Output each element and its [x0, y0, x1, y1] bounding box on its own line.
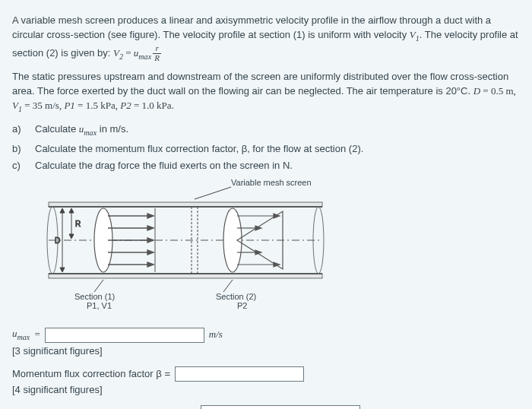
svg-marker-10: [69, 234, 74, 239]
part-b-text: Calculate the momentum flux correction f…: [35, 142, 363, 157]
svg-marker-36: [255, 226, 261, 230]
figure: Variable mesh screen R D: [33, 178, 337, 324]
ans-umax-label: umax: [12, 327, 30, 343]
svg-marker-38: [255, 250, 261, 255]
sym-V1g: V1: [12, 100, 22, 111]
section-1-profile: [94, 208, 155, 292]
section-labels: Section (1) P1, V1 Section (2) P2: [74, 292, 256, 310]
part-b: b) Calculate the momentum flux correctio…: [12, 142, 520, 157]
svg-point-31: [223, 208, 242, 272]
ans-umax-eq: =: [34, 328, 40, 342]
svg-text:P1, V1: P1, V1: [87, 301, 112, 310]
svg-marker-26: [147, 262, 154, 267]
problem-para-1: A variable mesh screen produces a linear…: [12, 14, 520, 62]
svg-marker-14: [60, 268, 65, 272]
part-c: c) Calculate the drag force the fluid ex…: [12, 159, 520, 173]
ans-beta-note: [4 significant figures]: [12, 383, 520, 398]
ans-umax-unit: m/s: [209, 328, 223, 342]
sym-D: D: [473, 85, 480, 97]
sym-umax-inline: umax: [79, 123, 97, 135]
answer-drag-row: Drag force the fluid exerts on the scree…: [12, 405, 520, 409]
problem-para-2: The static pressures upstream and downst…: [12, 70, 520, 115]
svg-rect-1: [49, 202, 322, 207]
sym-P1: P1: [64, 100, 74, 111]
ans-drag-unit: N: [365, 406, 372, 409]
sym-P2: P2: [120, 100, 131, 111]
svg-marker-22: [147, 238, 154, 243]
eq-frac: rR: [153, 44, 161, 62]
figure-svg: Variable mesh screen R D: [33, 178, 337, 319]
answer-umax-row: umax = m/s: [12, 327, 520, 343]
part-b-label: b): [12, 142, 26, 157]
part-c-label: c): [12, 159, 26, 173]
svg-text:Section (2): Section (2): [216, 292, 256, 301]
ans-umax-note: [3 significant figures]: [12, 344, 520, 359]
svg-text:D: D: [55, 236, 60, 245]
svg-marker-20: [147, 226, 154, 230]
svg-line-0: [195, 187, 231, 199]
drag-input[interactable]: [201, 405, 360, 409]
svg-marker-13: [60, 208, 65, 213]
sym-V1: V1: [410, 29, 420, 40]
eq-V2: V2: [113, 47, 123, 59]
svg-line-41: [223, 280, 233, 292]
umax-input[interactable]: [45, 328, 204, 343]
svg-line-28: [94, 280, 103, 292]
section-2-profile: [223, 208, 283, 292]
svg-marker-9: [69, 208, 74, 213]
answer-beta-row: Momentum flux correction factor β =: [12, 366, 520, 382]
part-a: a) Calculate umax in m/s.: [12, 122, 520, 138]
svg-marker-32: [237, 211, 283, 269]
svg-text:P2: P2: [237, 301, 247, 310]
answers-block: umax = m/s [3 significant figures] Momen…: [12, 327, 520, 409]
svg-text:R: R: [75, 220, 81, 228]
eq-umax: umax: [134, 47, 151, 59]
eq-equals: =: [123, 47, 134, 59]
beta-input[interactable]: [175, 366, 304, 382]
figure-caption-top: Variable mesh screen: [231, 178, 312, 187]
svg-rect-2: [49, 274, 322, 278]
ans-beta-label: Momentum flux correction factor β =: [12, 367, 170, 382]
parts-list: a) Calculate umax in m/s. b) Calculate t…: [12, 122, 520, 173]
part-c-text: Calculate the drag force the fluid exert…: [35, 159, 293, 173]
svg-marker-18: [147, 214, 154, 218]
part-a-label: a): [12, 122, 26, 137]
svg-text:Section (1): Section (1): [74, 292, 115, 301]
svg-marker-24: [147, 250, 154, 255]
p2-lead: The static pressures upstream and downst…: [12, 71, 508, 97]
ans-drag-label: Drag force the fluid exerts on the scree…: [12, 406, 196, 409]
